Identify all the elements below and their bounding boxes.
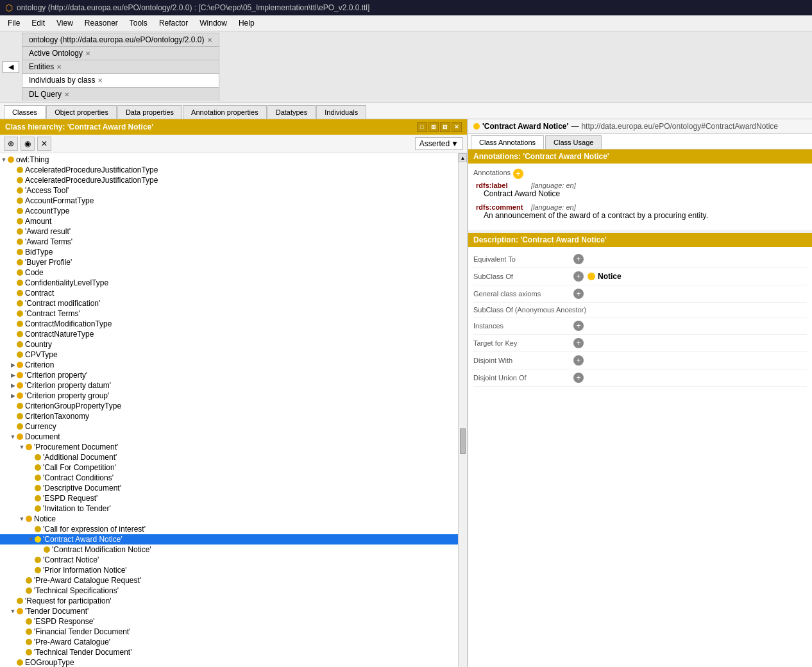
add-desc-button[interactable]: + <box>573 338 584 348</box>
tab-individualsbyclass[interactable]: Individuals by class✕ <box>22 73 219 87</box>
close-tab-icon[interactable]: ✕ <box>207 37 212 44</box>
menu-item-reasoner[interactable]: Reasoner <box>80 17 123 30</box>
tree-item[interactable]: AccountType <box>0 206 458 216</box>
menu-item-help[interactable]: Help <box>233 17 260 30</box>
type-tab-datatypes[interactable]: Datatypes <box>267 105 316 119</box>
tree-item[interactable]: 'Technical Tender Document' <box>0 647 458 657</box>
tree-item[interactable]: 'Pre-Award Catalogue' <box>0 637 458 647</box>
expand-arrow[interactable]: ▼ <box>9 608 17 614</box>
menu-item-file[interactable]: File <box>3 17 25 30</box>
tree-item[interactable]: ▼'Contract Award Notice' <box>0 534 458 545</box>
menu-item-view[interactable]: View <box>51 17 78 30</box>
tab-ontology(http://data[interactable]: ontology (http://data.europa.eu/ePO/onto… <box>22 33 219 46</box>
tree-item[interactable]: ▼Notice <box>0 514 458 524</box>
expand-arrow[interactable]: ▼ <box>18 516 26 522</box>
delete-icon[interactable]: ✕ <box>37 137 51 151</box>
add-sibling-icon[interactable]: ◉ <box>21 137 35 151</box>
tree-item[interactable]: 'Descriptive Document' <box>0 483 458 493</box>
expand-arrow[interactable]: ▼ <box>18 444 26 450</box>
scroll-thumb[interactable] <box>460 428 466 454</box>
add-desc-button[interactable]: + <box>573 355 584 366</box>
tree-item[interactable]: 'Call For Competition' <box>0 462 458 473</box>
tree-item[interactable]: 'ESPD Request' <box>0 493 458 503</box>
menu-item-tools[interactable]: Tools <box>124 17 153 30</box>
tree-item[interactable]: ▶'Criterion property datum' <box>0 380 458 391</box>
tab-entities[interactable]: Entities✕ <box>22 60 219 73</box>
type-tab-classes[interactable]: Classes <box>4 105 46 119</box>
add-desc-button[interactable]: + <box>573 373 584 383</box>
tree-item[interactable]: Code <box>0 267 458 278</box>
asserted-dropdown[interactable]: Asserted ▼ <box>415 137 463 150</box>
tree-item[interactable]: ▼'Tender Document' <box>0 606 458 616</box>
tab-activeontology[interactable]: Active Ontology✕ <box>22 46 219 60</box>
tree-item[interactable]: Currency <box>0 421 458 432</box>
menu-item-window[interactable]: Window <box>194 17 232 30</box>
right-tab-class-usage[interactable]: Class Usage <box>545 135 602 149</box>
tree-item[interactable]: 'Access Tool' <box>0 185 458 196</box>
tree-item[interactable]: Country <box>0 339 458 350</box>
type-tab-individuals[interactable]: Individuals <box>316 105 366 119</box>
expand-arrow[interactable]: ▶ <box>9 362 17 368</box>
tree-item[interactable]: 'Award result' <box>0 226 458 237</box>
tree-item[interactable]: 'Pre-Award Catalogue Request' <box>0 575 458 586</box>
tree-item[interactable]: 'Contract Conditions' <box>0 473 458 483</box>
add-desc-button[interactable]: + <box>573 271 584 282</box>
header-icon-3[interactable]: ⊟ <box>440 122 450 132</box>
expand-arrow[interactable]: ▶ <box>9 372 17 378</box>
tree-item[interactable]: ContractNatureType <box>0 329 458 339</box>
scroll-up[interactable]: ▲ <box>459 153 467 162</box>
tree-item[interactable]: AcceleratedProcedureJustificationType <box>0 175 458 185</box>
header-icon-4[interactable]: ✕ <box>452 122 462 132</box>
tree-item[interactable]: 'Additional Document' <box>0 452 458 462</box>
tree-item[interactable]: 'Financial Tender Document' <box>0 627 458 637</box>
expand-arrow[interactable]: ▼ <box>27 536 35 543</box>
add-desc-button[interactable]: + <box>573 289 584 299</box>
tree-item[interactable]: 'Contract modification' <box>0 298 458 308</box>
tree-item[interactable]: 'Buyer Profile' <box>0 257 458 267</box>
tree-item[interactable]: BidType <box>0 247 458 257</box>
tree-item[interactable]: ▶Criterion <box>0 360 458 370</box>
right-tab-class-annotations[interactable]: Class Annotations <box>471 135 544 149</box>
tree-item[interactable]: 'Technical Specifications' <box>0 586 458 596</box>
type-tab-object-properties[interactable]: Object properties <box>46 105 117 119</box>
tree-item[interactable]: ▼owl:Thing <box>0 155 458 165</box>
type-tab-data-properties[interactable]: Data properties <box>117 105 182 119</box>
header-icon-2[interactable]: ⊞ <box>428 122 439 132</box>
expand-arrow[interactable]: ▶ <box>9 393 17 399</box>
tree-item[interactable]: 'Contract Modification Notice' <box>0 545 458 555</box>
header-icon-1[interactable]: □ <box>417 122 427 132</box>
add-desc-button[interactable]: + <box>573 321 584 331</box>
tree-item[interactable]: 'Prior Information Notice' <box>0 565 458 575</box>
expand-arrow[interactable]: ▼ <box>9 434 17 440</box>
tree-item[interactable]: CriterionTaxonomy <box>0 411 458 421</box>
tree-item[interactable]: 'ESPD Response' <box>0 616 458 627</box>
expand-arrow[interactable]: ▶ <box>9 382 17 389</box>
tree-item[interactable]: ContractModificationType <box>0 319 458 329</box>
tree-item[interactable]: CriterionGroupPropertyType <box>0 401 458 411</box>
add-subclass-icon[interactable]: ⊕ <box>4 137 18 151</box>
close-tab-icon[interactable]: ✕ <box>97 77 103 84</box>
back-button[interactable]: ◀ <box>3 61 19 73</box>
tree-item[interactable]: AccountFormatType <box>0 196 458 206</box>
tree-item[interactable]: ▶'Criterion property group' <box>0 391 458 401</box>
tree-item[interactable]: 'Award Terms' <box>0 237 458 247</box>
add-annotation-button[interactable]: + <box>513 169 523 179</box>
vertical-scrollbar[interactable]: ▲ ▼ <box>458 153 467 667</box>
menu-item-edit[interactable]: Edit <box>26 17 50 30</box>
tree-item[interactable]: 'Contract Terms' <box>0 308 458 319</box>
tree-item[interactable]: 'Call for expression of interest' <box>0 524 458 534</box>
tree-item[interactable]: Amount <box>0 216 458 226</box>
close-tab-icon[interactable]: ✕ <box>56 63 62 71</box>
close-tab-icon[interactable]: ✕ <box>85 50 90 57</box>
tree-item[interactable]: ConfidentialityLevelType <box>0 278 458 288</box>
tree-item[interactable]: ▼'Procurement Document' <box>0 442 458 452</box>
tree-item[interactable]: 'Invitation to Tender' <box>0 503 458 514</box>
close-tab-icon[interactable]: ✕ <box>64 91 69 98</box>
add-desc-button[interactable]: + <box>573 254 584 264</box>
type-tab-annotation-properties[interactable]: Annotation properties <box>183 105 267 119</box>
tree-item[interactable]: 'Request for participation' <box>0 596 458 606</box>
tree-item[interactable]: Contract <box>0 288 458 298</box>
tree-item[interactable]: ▶'Criterion property' <box>0 370 458 380</box>
tree-item[interactable]: 'Contract Notice' <box>0 555 458 565</box>
tree-item[interactable]: EOGroupType <box>0 657 458 667</box>
